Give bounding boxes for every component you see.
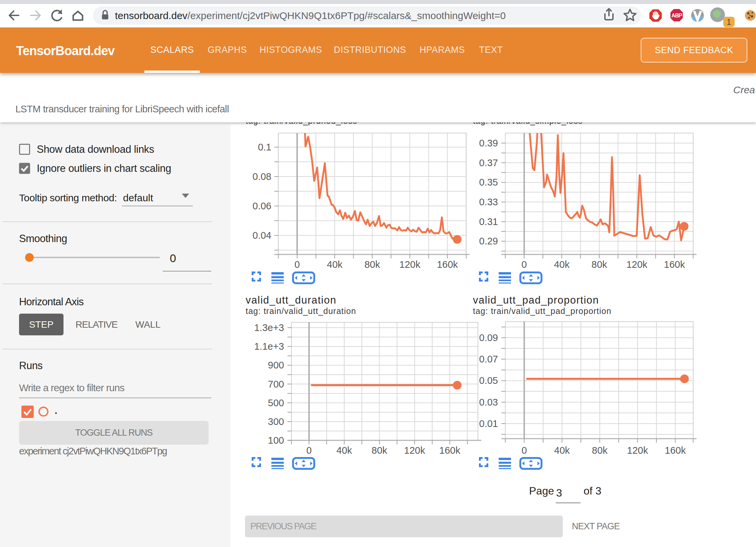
svg-text:1: 1 <box>727 18 731 26</box>
svg-text:0.07: 0.07 <box>479 354 498 364</box>
svg-text:160k: 160k <box>437 259 458 270</box>
svg-text:0.35: 0.35 <box>479 177 498 188</box>
svg-text:0: 0 <box>521 259 527 270</box>
svg-text:0: 0 <box>521 445 527 456</box>
svg-text:700: 700 <box>268 379 284 390</box>
svg-text:80k: 80k <box>592 445 608 456</box>
svg-text:tag: train/valid_utt_pad_propo: tag: train/valid_utt_pad_proportion <box>473 306 611 316</box>
svg-text:160k: 160k <box>664 259 685 270</box>
svg-text:0.06: 0.06 <box>253 201 271 211</box>
svg-text:0.03: 0.03 <box>479 397 498 408</box>
svg-text:120k: 120k <box>404 445 425 456</box>
svg-text:100: 100 <box>268 435 284 446</box>
svg-text:0.01: 0.01 <box>479 418 498 429</box>
svg-text:0.1: 0.1 <box>258 142 271 152</box>
svg-text:0.31: 0.31 <box>479 216 498 227</box>
svg-text:0.09: 0.09 <box>479 332 498 343</box>
svg-text:0.08: 0.08 <box>253 171 271 182</box>
svg-text:tag: train/valid_utt_duration: tag: train/valid_utt_duration <box>246 306 356 316</box>
svg-text:40k: 40k <box>554 259 570 270</box>
svg-text:40k: 40k <box>327 259 343 270</box>
svg-text:80k: 80k <box>372 445 387 456</box>
svg-text:0: 0 <box>306 445 312 456</box>
svg-text:1.1e+3: 1.1e+3 <box>254 341 284 352</box>
svg-text:40k: 40k <box>554 445 570 456</box>
svg-text:160k: 160k <box>439 445 460 456</box>
svg-text:1.3e+3: 1.3e+3 <box>254 322 284 333</box>
svg-text:80k: 80k <box>592 259 607 270</box>
svg-text:0.33: 0.33 <box>479 197 498 207</box>
svg-text:valid_utt_pad_proportion: valid_utt_pad_proportion <box>473 294 599 306</box>
svg-text:0.29: 0.29 <box>479 236 498 246</box>
svg-text:0: 0 <box>294 259 300 270</box>
svg-text:120k: 120k <box>626 259 647 270</box>
svg-text:80k: 80k <box>364 259 380 270</box>
svg-text:120k: 120k <box>627 445 648 456</box>
svg-text:0.37: 0.37 <box>479 157 498 168</box>
svg-text:900: 900 <box>268 360 284 370</box>
svg-text:300: 300 <box>268 416 284 427</box>
svg-text:valid_utt_duration: valid_utt_duration <box>246 294 337 306</box>
svg-text:0.04: 0.04 <box>253 230 271 241</box>
svg-text:0.39: 0.39 <box>479 138 498 148</box>
svg-text:0.05: 0.05 <box>479 375 498 386</box>
svg-text:160k: 160k <box>665 445 686 456</box>
svg-text:40k: 40k <box>337 445 352 456</box>
svg-text:ABP: ABP <box>671 13 682 18</box>
svg-text:120k: 120k <box>399 259 420 270</box>
svg-text:500: 500 <box>268 398 284 408</box>
svg-text:tensorboard.dev/experiment/cj2: tensorboard.dev/experiment/cj2vtPiwQHKN9… <box>115 10 506 21</box>
